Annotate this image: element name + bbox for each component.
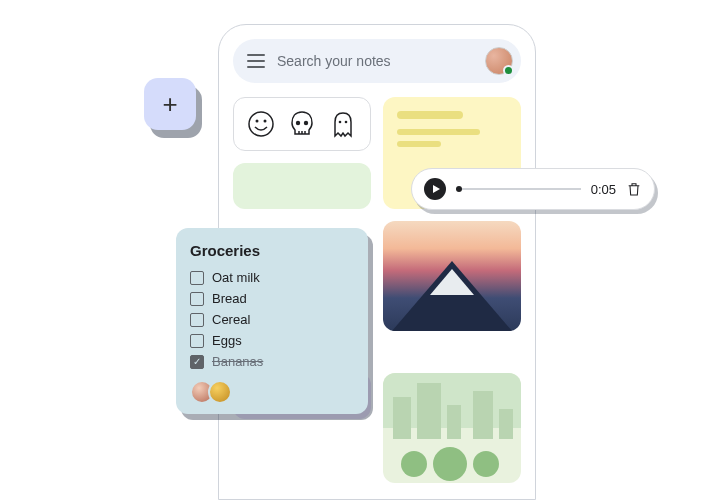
search-bar[interactable]: Search your notes [233, 39, 521, 83]
smiley-icon [245, 108, 277, 140]
audio-note[interactable]: 0:05 [411, 168, 655, 210]
note-image-mountain[interactable] [383, 221, 521, 331]
checkbox[interactable] [190, 334, 204, 348]
checklist-item-label: Cereal [212, 312, 250, 327]
note-image-park[interactable] [383, 373, 521, 483]
checklist-item-label: Eggs [212, 333, 242, 348]
delete-button[interactable] [626, 181, 642, 197]
note-groceries[interactable]: Groceries Oat milkBreadCerealEggsBananas [176, 228, 368, 414]
checkbox[interactable] [190, 355, 204, 369]
audio-timestamp: 0:05 [591, 182, 616, 197]
collaborators [190, 380, 354, 404]
avatar-status-badge [503, 65, 514, 76]
checklist-item-label: Oat milk [212, 270, 260, 285]
add-note-button[interactable]: + [144, 78, 196, 130]
ghost-icon [327, 108, 359, 140]
svg-point-1 [255, 120, 258, 123]
search-input[interactable]: Search your notes [277, 53, 473, 69]
checklist-item[interactable]: Bananas [190, 351, 354, 372]
trash-icon [626, 181, 642, 197]
play-button[interactable] [424, 178, 446, 200]
note-green[interactable] [233, 163, 371, 209]
svg-point-3 [296, 121, 300, 125]
svg-point-2 [263, 120, 266, 123]
plus-icon: + [162, 89, 177, 120]
checkbox[interactable] [190, 292, 204, 306]
checklist-item[interactable]: Oat milk [190, 267, 354, 288]
collaborator-avatar[interactable] [208, 380, 232, 404]
svg-point-0 [249, 112, 273, 136]
checklist-item[interactable]: Bread [190, 288, 354, 309]
checklist-item[interactable]: Cereal [190, 309, 354, 330]
menu-icon[interactable] [247, 54, 265, 68]
svg-point-4 [304, 121, 308, 125]
svg-point-9 [345, 121, 348, 124]
audio-track[interactable] [456, 188, 581, 190]
checkbox[interactable] [190, 271, 204, 285]
checklist-item-label: Bread [212, 291, 247, 306]
checklist-item-label: Bananas [212, 354, 263, 369]
avatar[interactable] [485, 47, 513, 75]
checklist-item[interactable]: Eggs [190, 330, 354, 351]
skull-icon [286, 108, 318, 140]
svg-point-8 [339, 121, 342, 124]
note-title: Groceries [190, 242, 354, 259]
note-drawing[interactable] [233, 97, 371, 151]
checkbox[interactable] [190, 313, 204, 327]
